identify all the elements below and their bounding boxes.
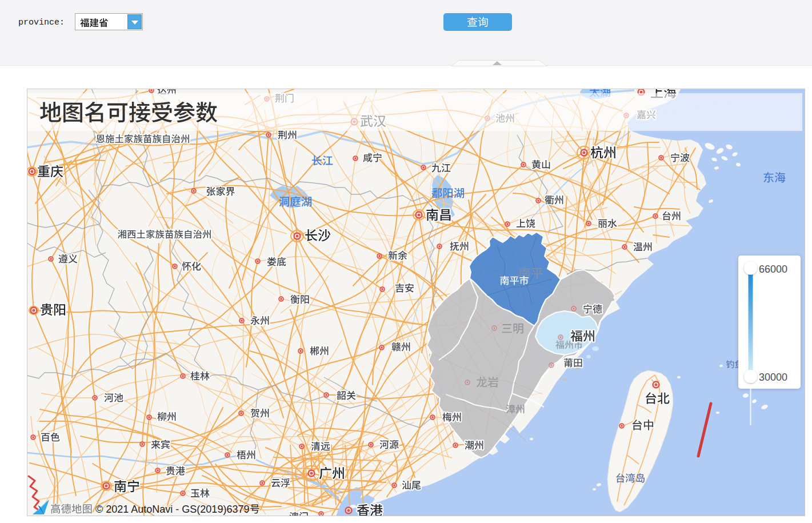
svg-text:66000: 66000	[759, 264, 787, 275]
svg-text:30000: 30000	[759, 372, 787, 383]
svg-text:© 2021 AutoNavi - GS(2019)6379: © 2021 AutoNavi - GS(2019)6379	[95, 504, 249, 515]
